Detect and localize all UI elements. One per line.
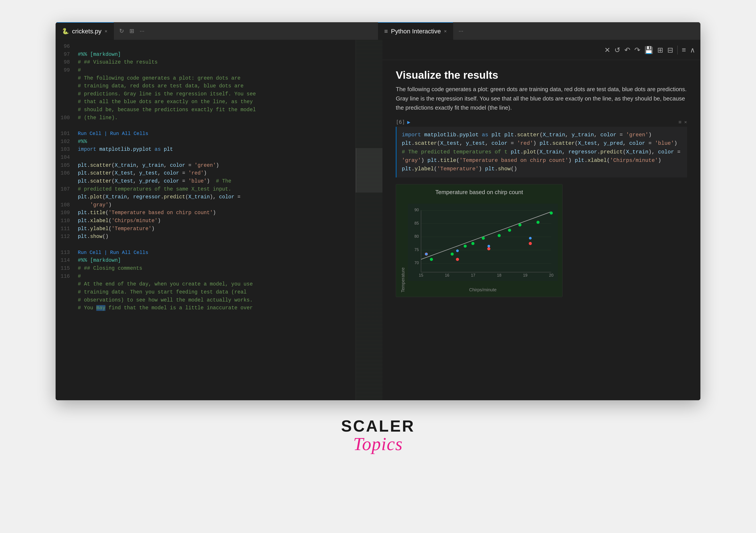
topics-text: Topics <box>353 434 403 454</box>
interactive-tab-close[interactable]: × <box>444 28 447 34</box>
svg-text:80: 80 <box>415 234 419 239</box>
svg-point-27 <box>518 223 522 227</box>
svg-text:20: 20 <box>549 273 554 278</box>
svg-point-25 <box>498 234 501 237</box>
minimap-slider[interactable] <box>356 148 383 193</box>
editor-split-btn[interactable]: ⊞ <box>128 27 135 35</box>
scroll-top-btn[interactable]: ∧ <box>690 46 695 54</box>
code-lines: #%% [markdown] # ## Visualize the result… <box>73 40 356 400</box>
minimap <box>356 40 383 400</box>
scaler-topics-logo: SCALER Topics <box>341 418 415 454</box>
svg-point-26 <box>508 228 511 232</box>
chart-svg: 90 85 80 75 70 15 16 17 18 <box>408 200 558 285</box>
editor-more-btn[interactable]: ··· <box>139 27 146 35</box>
svg-point-32 <box>487 247 490 251</box>
svg-text:15: 15 <box>419 273 423 278</box>
svg-point-31 <box>456 258 459 261</box>
markdown-section: Visualize the results The following code… <box>396 69 687 113</box>
markdown-heading: Visualize the results <box>396 69 687 81</box>
editor-tab-group: 🐍 crickets.py × ↻ ⊞ ··· <box>56 22 378 40</box>
close-btn[interactable]: ✕ <box>604 46 610 54</box>
chart-inner: Temperature <box>400 200 558 292</box>
collapse-btn[interactable]: ⊟ <box>667 46 673 54</box>
editor-tab[interactable]: 🐍 crickets.py × <box>56 22 114 40</box>
redo-btn[interactable]: ↷ <box>634 46 640 54</box>
chart-title: Temperature based on chirp count <box>400 189 558 196</box>
svg-point-28 <box>536 221 540 224</box>
svg-text:16: 16 <box>445 273 449 278</box>
expand-btn[interactable]: ⊞ <box>657 46 663 54</box>
vscode-window: 🐍 crickets.py × ↻ ⊞ ··· ≡ Python Interac… <box>56 22 700 400</box>
cell-close-btn[interactable]: × <box>684 119 687 125</box>
interactive-tab-group: ≡ Python Interactive × ··· <box>378 22 700 40</box>
editor-refresh-btn[interactable]: ↻ <box>118 27 125 35</box>
menu-btn[interactable]: ≡ <box>682 46 686 54</box>
editor-tab-close[interactable]: × <box>104 28 107 34</box>
svg-text:85: 85 <box>415 221 419 225</box>
code-cell-container: [6] ▶ ≡ × import matplotlib.pyplot as pl… <box>396 119 687 177</box>
svg-text:70: 70 <box>415 261 419 265</box>
cell-settings-btn[interactable]: ≡ <box>679 119 682 125</box>
svg-point-20 <box>430 258 433 261</box>
editor-tab-actions: ↻ ⊞ ··· <box>114 22 150 40</box>
editor-pane: 96 97 98 99 100 101 102 103 <box>56 40 356 400</box>
svg-text:17: 17 <box>471 273 475 278</box>
svg-text:75: 75 <box>415 247 419 252</box>
svg-text:18: 18 <box>497 273 501 278</box>
interactive-tab-actions: ··· <box>453 22 469 40</box>
svg-point-22 <box>464 245 467 248</box>
svg-rect-0 <box>408 204 558 281</box>
save-btn[interactable]: 💾 <box>644 46 653 54</box>
python-file-icon: 🐍 <box>62 28 69 35</box>
interactive-tab-prefix: ≡ <box>384 28 388 35</box>
cell-tools: ≡ × <box>679 119 687 125</box>
scaler-text: SCALER <box>341 418 415 434</box>
svg-point-21 <box>451 253 454 255</box>
chart-container: Temperature based on chirp count Tempera… <box>396 184 562 297</box>
undo-btn[interactable]: ↶ <box>624 46 630 54</box>
interactive-more-btn[interactable]: ··· <box>458 27 464 35</box>
markdown-paragraph: The following code generates a plot: gre… <box>396 85 687 113</box>
svg-point-34 <box>425 253 428 255</box>
svg-text:90: 90 <box>415 208 419 212</box>
main-content: 96 97 98 99 100 101 102 103 <box>56 40 700 400</box>
refresh-btn[interactable]: ↺ <box>614 46 620 54</box>
svg-text:19: 19 <box>523 273 527 278</box>
line-numbers: 96 97 98 99 100 101 102 103 <box>56 40 73 400</box>
scaler-brand: SCALER Topics <box>341 418 415 454</box>
toolbar-separator <box>677 45 678 54</box>
app-container: 🐍 crickets.py × ↻ ⊞ ··· ≡ Python Interac… <box>0 0 756 533</box>
interactive-toolbar: ✕ ↺ ↶ ↷ 💾 ⊞ ⊟ ≡ ∧ <box>383 40 700 60</box>
chart-x-label: Chirps/minute <box>408 287 558 292</box>
svg-point-29 <box>550 211 553 215</box>
svg-point-24 <box>482 237 485 240</box>
code-cell: import matplotlib.pyplot as plt plt.scat… <box>396 127 687 177</box>
svg-point-33 <box>529 242 532 245</box>
chart-y-label: Temperature <box>400 200 406 292</box>
editor-tab-label: crickets.py <box>72 28 101 35</box>
interactive-pane: ✕ ↺ ↶ ↷ 💾 ⊞ ⊟ ≡ ∧ Visualize the results <box>383 40 700 400</box>
cell-label: [6] ▶ ≡ × <box>396 119 687 125</box>
svg-point-36 <box>487 245 490 248</box>
svg-point-35 <box>456 249 459 252</box>
tab-bar: 🐍 crickets.py × ↻ ⊞ ··· ≡ Python Interac… <box>56 22 700 40</box>
svg-point-37 <box>529 237 532 239</box>
cell-arrow: ▶ <box>407 119 411 125</box>
svg-point-23 <box>472 242 474 245</box>
cell-number: [6] <box>396 119 405 125</box>
interactive-tab[interactable]: ≡ Python Interactive × <box>378 22 453 40</box>
chart-main: 90 85 80 75 70 15 16 17 18 <box>408 200 558 292</box>
interactive-tab-label: Python Interactive <box>391 28 441 35</box>
interactive-content[interactable]: Visualize the results The following code… <box>383 60 700 400</box>
minimap-bg <box>356 40 383 400</box>
code-area[interactable]: 96 97 98 99 100 101 102 103 <box>56 40 356 400</box>
